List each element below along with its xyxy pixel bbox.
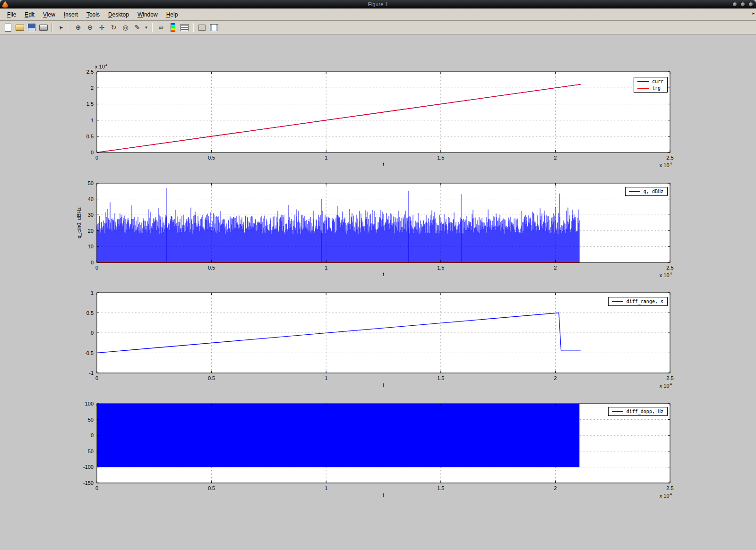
open-file-button[interactable] [14,22,25,33]
svg-text:x 104: x 104 [95,63,108,69]
svg-text:1.5: 1.5 [437,155,444,161]
svg-text:0: 0 [95,265,98,271]
legend-entry: diff_range, s [612,299,663,304]
svg-text:0: 0 [91,432,94,438]
legend-line-sample [637,81,649,82]
brush-data-button[interactable]: ✎ [132,22,143,33]
menu-edit[interactable]: Edit [20,9,39,20]
svg-text:2: 2 [554,485,557,491]
svg-text:20: 20 [88,228,94,234]
svg-text:2: 2 [554,265,557,271]
svg-text:1.5: 1.5 [437,375,444,381]
legend-line-sample [637,88,649,89]
show-plot-tools-icon [210,24,218,31]
svg-text:0: 0 [91,260,94,265]
edit-cursor-icon: ➤ [57,24,65,31]
legend-label: trg [652,85,661,91]
svg-text:0: 0 [95,485,98,491]
subplot-2-axes: 00.511.522.501020304050tq_c/n0, dBHzx 10… [97,183,670,262]
svg-text:2.5: 2.5 [86,69,94,75]
svg-text:2: 2 [554,375,557,381]
colorbar-icon [171,23,175,32]
maximize-button[interactable] [740,2,745,7]
legend-subplot-2[interactable]: q, dBHz [625,187,668,196]
svg-text:100: 100 [85,401,94,406]
close-button[interactable] [748,2,753,7]
svg-text:1: 1 [325,265,327,271]
insert-legend-button[interactable] [179,22,190,33]
svg-text:-150: -150 [83,480,94,486]
print-icon [39,25,48,31]
brush-icon: ✎ [135,24,140,31]
svg-text:1: 1 [325,485,327,491]
svg-text:2: 2 [91,85,94,91]
legend-label: q, dBHz [644,189,663,194]
legend-entry: diff_dopp, Hz [612,409,663,414]
svg-text:-100: -100 [83,464,94,470]
window-titlebar[interactable]: Figure 1 [0,0,756,8]
svg-text:10: 10 [88,244,94,249]
rotate-3d-icon: ↻ [111,24,117,31]
svg-text:-50: -50 [86,448,94,454]
svg-text:0: 0 [91,150,94,155]
svg-text:0.5: 0.5 [86,310,94,316]
menu-view[interactable]: View [39,9,60,20]
svg-text:1: 1 [91,290,94,296]
svg-text:2.5: 2.5 [666,375,673,381]
subplot-1-axes: 00.511.522.500.511.522.5tx 104x 104 [97,72,670,152]
rotate-3d-button[interactable]: ↻ [108,22,119,33]
menu-desktop[interactable]: Desktop [104,9,133,20]
svg-text:-0.5: -0.5 [85,350,94,356]
chevron-down-icon: ▾ [145,25,147,30]
svg-text:x 104: x 104 [660,161,672,168]
menu-tools[interactable]: Tools [82,9,104,20]
menu-insert[interactable]: Insert [60,9,82,20]
data-cursor-icon: ◎ [122,24,128,31]
svg-text:2.5: 2.5 [666,155,673,161]
data-cursor-button[interactable]: ◎ [120,22,131,33]
svg-text:1: 1 [325,375,327,381]
svg-text:1: 1 [91,118,94,123]
zoom-out-button[interactable]: ⊖ [85,22,95,33]
legend-subplot-4[interactable]: diff_dopp, Hz [608,407,668,416]
new-figure-icon [5,24,11,32]
svg-text:0: 0 [91,330,94,336]
menubar-overflow-icon[interactable]: ▸ [752,11,755,16]
toolbar: ➤ ⊕ ⊖ ✛ ↻ ◎ ✎ ▾ ∞ [0,21,756,34]
save-figure-button[interactable] [26,22,37,33]
svg-text:1.5: 1.5 [86,101,94,107]
pan-button[interactable]: ✛ [96,22,107,33]
menu-window[interactable]: Window [133,9,162,20]
svg-text:x 104: x 104 [660,382,672,389]
svg-text:2.5: 2.5 [666,265,673,271]
svg-text:0.5: 0.5 [86,134,94,139]
legend-icon [180,24,189,31]
menu-help[interactable]: Help [162,9,182,20]
show-plot-tools-button[interactable] [208,22,219,33]
pan-icon: ✛ [99,24,105,31]
svg-text:0: 0 [95,375,98,381]
link-plot-icon: ∞ [159,24,163,31]
svg-text:0.5: 0.5 [208,265,215,271]
brush-dropdown-button[interactable]: ▾ [144,22,149,33]
legend-subplot-1[interactable]: currtrg [634,77,668,93]
new-figure-button[interactable] [2,22,13,33]
print-figure-button[interactable] [38,22,49,33]
svg-text:-1: -1 [89,370,94,376]
svg-text:t: t [383,492,384,498]
subplot-4-axes: 00.511.522.5-150-100-50050100tx 104 [97,404,670,483]
minimize-button[interactable] [732,2,737,7]
legend-label: diff_range, s [627,299,663,304]
hide-plot-tools-button[interactable] [197,22,207,33]
edit-plot-button[interactable]: ➤ [55,22,66,33]
menu-file[interactable]: File [3,9,20,20]
zoom-in-button[interactable]: ⊕ [73,22,84,33]
insert-colorbar-button[interactable] [167,22,178,33]
save-icon [28,24,35,31]
legend-subplot-3[interactable]: diff_range, s [608,297,668,306]
svg-text:1.5: 1.5 [437,485,444,491]
legend-entry: q, dBHz [629,189,663,194]
legend-entry: trg [637,85,663,91]
link-plot-button[interactable]: ∞ [155,22,166,33]
toolbar-separator [152,23,153,32]
